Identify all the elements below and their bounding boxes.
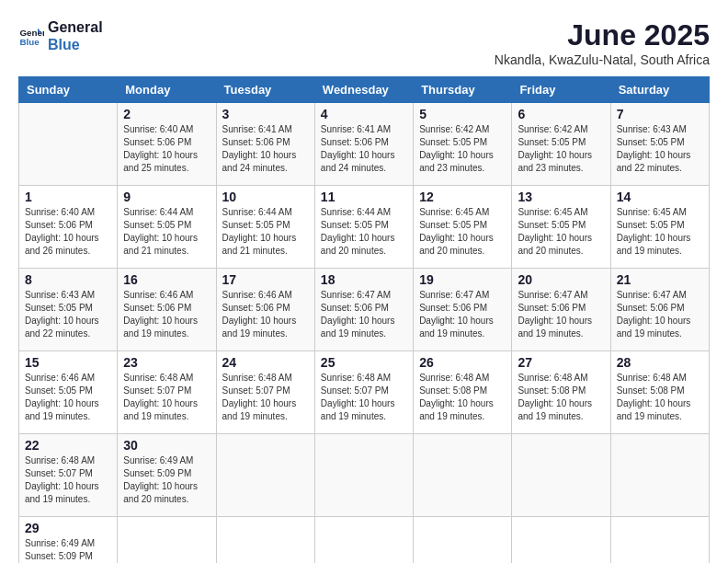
empty-cell [314,517,413,564]
calendar-title: June 2025 [495,18,710,52]
day-detail: Sunrise: 6:43 AM Sunset: 5:05 PM Dayligh… [617,123,703,175]
day-detail: Sunrise: 6:45 AM Sunset: 5:05 PM Dayligh… [419,206,506,258]
week-row-3: 15Sunrise: 6:46 AM Sunset: 5:05 PM Dayli… [19,351,710,434]
day-detail: Sunrise: 6:40 AM Sunset: 5:06 PM Dayligh… [25,206,111,258]
day-number: 17 [222,272,309,287]
day-detail: Sunrise: 6:47 AM Sunset: 5:06 PM Dayligh… [321,289,407,340]
svg-text:Blue: Blue [19,37,40,47]
empty-cell [216,517,314,564]
day-number: 24 [222,355,309,370]
day-cell-29: 29Sunrise: 6:49 AM Sunset: 5:09 PM Dayli… [19,517,118,564]
week-row-2: 8Sunrise: 6:43 AM Sunset: 5:05 PM Daylig… [19,269,710,351]
day-cell-12: 12Sunrise: 6:45 AM Sunset: 5:05 PM Dayli… [414,186,512,269]
day-cell-16: 16Sunrise: 6:46 AM Sunset: 5:06 PM Dayli… [118,269,216,351]
day-number: 14 [617,190,703,204]
empty-cell [19,103,118,186]
header: General Blue General Blue June 2025 Nkan… [18,18,710,67]
day-detail: Sunrise: 6:48 AM Sunset: 5:08 PM Dayligh… [617,372,703,423]
day-number: 18 [321,272,407,287]
day-number: 20 [518,272,604,287]
calendar-table: SundayMondayTuesdayWednesdayThursdayFrid… [18,76,710,563]
day-detail: Sunrise: 6:46 AM Sunset: 5:06 PM Dayligh… [222,289,309,340]
day-number: 1 [25,190,111,204]
empty-cell [216,434,314,517]
day-detail: Sunrise: 6:45 AM Sunset: 5:05 PM Dayligh… [617,206,703,258]
day-detail: Sunrise: 6:48 AM Sunset: 5:07 PM Dayligh… [25,454,111,506]
day-detail: Sunrise: 6:48 AM Sunset: 5:07 PM Dayligh… [222,372,309,423]
day-detail: Sunrise: 6:46 AM Sunset: 5:05 PM Dayligh… [25,372,111,423]
day-cell-13: 13Sunrise: 6:45 AM Sunset: 5:05 PM Dayli… [512,186,610,269]
day-detail: Sunrise: 6:49 AM Sunset: 5:09 PM Dayligh… [123,454,210,506]
logo: General Blue General Blue [18,18,103,53]
logo-icon: General Blue [18,23,44,49]
day-cell-25: 25Sunrise: 6:48 AM Sunset: 5:07 PM Dayli… [314,351,413,434]
empty-cell [414,434,512,517]
col-header-monday: Monday [118,77,216,103]
day-cell-30: 30Sunrise: 6:49 AM Sunset: 5:09 PM Dayli… [118,434,216,517]
day-cell-17: 17Sunrise: 6:46 AM Sunset: 5:06 PM Dayli… [216,269,314,351]
day-detail: Sunrise: 6:47 AM Sunset: 5:06 PM Dayligh… [617,289,703,340]
day-cell-22: 22Sunrise: 6:48 AM Sunset: 5:07 PM Dayli… [19,434,118,517]
day-detail: Sunrise: 6:45 AM Sunset: 5:05 PM Dayligh… [518,206,604,258]
day-detail: Sunrise: 6:41 AM Sunset: 5:06 PM Dayligh… [321,123,407,175]
empty-cell [610,434,709,517]
day-number: 30 [123,438,210,453]
empty-cell [610,517,709,564]
day-number: 19 [419,272,506,287]
day-cell-7: 7Sunrise: 6:43 AM Sunset: 5:05 PM Daylig… [610,103,709,186]
empty-cell [314,434,413,517]
empty-cell [414,517,512,564]
day-detail: Sunrise: 6:49 AM Sunset: 5:09 PM Dayligh… [25,537,111,563]
empty-cell [118,517,216,564]
day-number: 26 [419,355,506,370]
week-row-5: 29Sunrise: 6:49 AM Sunset: 5:09 PM Dayli… [19,517,710,564]
day-number: 4 [321,107,407,121]
day-detail: Sunrise: 6:48 AM Sunset: 5:08 PM Dayligh… [518,372,604,423]
day-cell-4: 4Sunrise: 6:41 AM Sunset: 5:06 PM Daylig… [314,103,413,186]
day-detail: Sunrise: 6:46 AM Sunset: 5:06 PM Dayligh… [123,289,210,340]
week-row-4: 22Sunrise: 6:48 AM Sunset: 5:07 PM Dayli… [19,434,710,517]
day-cell-10: 10Sunrise: 6:44 AM Sunset: 5:05 PM Dayli… [216,186,314,269]
logo-line1: General [48,18,103,36]
day-detail: Sunrise: 6:42 AM Sunset: 5:05 PM Dayligh… [518,123,604,175]
col-header-friday: Friday [512,77,610,103]
day-number: 22 [25,438,111,453]
day-cell-3: 3Sunrise: 6:41 AM Sunset: 5:06 PM Daylig… [216,103,314,186]
day-cell-23: 23Sunrise: 6:48 AM Sunset: 5:07 PM Dayli… [118,351,216,434]
day-cell-8: 8Sunrise: 6:43 AM Sunset: 5:05 PM Daylig… [19,269,118,351]
day-detail: Sunrise: 6:44 AM Sunset: 5:05 PM Dayligh… [123,206,210,258]
day-cell-6: 6Sunrise: 6:42 AM Sunset: 5:05 PM Daylig… [512,103,610,186]
day-cell-14: 14Sunrise: 6:45 AM Sunset: 5:05 PM Dayli… [610,186,709,269]
empty-cell [512,434,610,517]
day-detail: Sunrise: 6:44 AM Sunset: 5:05 PM Dayligh… [321,206,407,258]
day-number: 28 [617,355,703,370]
day-detail: Sunrise: 6:47 AM Sunset: 5:06 PM Dayligh… [419,289,506,340]
day-detail: Sunrise: 6:47 AM Sunset: 5:06 PM Dayligh… [518,289,604,340]
col-header-wednesday: Wednesday [314,77,413,103]
day-number: 29 [25,521,111,535]
day-cell-20: 20Sunrise: 6:47 AM Sunset: 5:06 PM Dayli… [512,269,610,351]
day-number: 5 [419,107,506,121]
day-cell-5: 5Sunrise: 6:42 AM Sunset: 5:05 PM Daylig… [414,103,512,186]
day-number: 16 [123,272,210,287]
day-cell-24: 24Sunrise: 6:48 AM Sunset: 5:07 PM Dayli… [216,351,314,434]
week-row-0: 2Sunrise: 6:40 AM Sunset: 5:06 PM Daylig… [19,103,710,186]
col-header-saturday: Saturday [610,77,709,103]
logo-line2: Blue [48,36,103,53]
day-cell-9: 9Sunrise: 6:44 AM Sunset: 5:05 PM Daylig… [118,186,216,269]
day-cell-15: 15Sunrise: 6:46 AM Sunset: 5:05 PM Dayli… [19,351,118,434]
day-detail: Sunrise: 6:41 AM Sunset: 5:06 PM Dayligh… [222,123,309,175]
week-row-1: 1Sunrise: 6:40 AM Sunset: 5:06 PM Daylig… [19,186,710,269]
day-detail: Sunrise: 6:40 AM Sunset: 5:06 PM Dayligh… [123,123,210,175]
calendar-subtitle: Nkandla, KwaZulu-Natal, South Africa [495,52,710,67]
day-detail: Sunrise: 6:48 AM Sunset: 5:08 PM Dayligh… [419,372,506,423]
day-cell-21: 21Sunrise: 6:47 AM Sunset: 5:06 PM Dayli… [610,269,709,351]
day-detail: Sunrise: 6:48 AM Sunset: 5:07 PM Dayligh… [123,372,210,423]
day-detail: Sunrise: 6:44 AM Sunset: 5:05 PM Dayligh… [222,206,309,258]
day-detail: Sunrise: 6:48 AM Sunset: 5:07 PM Dayligh… [321,372,407,423]
day-detail: Sunrise: 6:43 AM Sunset: 5:05 PM Dayligh… [25,289,111,340]
day-number: 13 [518,190,604,204]
day-number: 27 [518,355,604,370]
day-cell-19: 19Sunrise: 6:47 AM Sunset: 5:06 PM Dayli… [414,269,512,351]
day-number: 9 [123,190,210,204]
